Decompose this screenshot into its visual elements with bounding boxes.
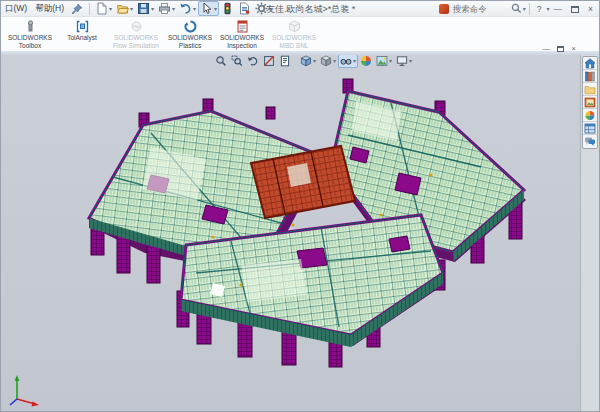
- separator: [89, 3, 90, 15]
- print-button[interactable]: ▾: [156, 1, 177, 16]
- doc-minimize-button[interactable]: —: [539, 44, 553, 54]
- command-manager-strip: [1, 51, 599, 55]
- tab-label: SOLIDWORKS Plastics: [168, 34, 212, 49]
- tab-solidworks-flow-simulation[interactable]: SOLIDWORKS Flow Simulation: [108, 17, 164, 49]
- section-view-button[interactable]: [261, 54, 277, 68]
- toolbox-icon: [24, 20, 37, 33]
- minimize-button[interactable]: —: [550, 1, 567, 17]
- inspection-icon: [236, 20, 249, 33]
- pin-icon[interactable]: [71, 3, 83, 15]
- open-file-button[interactable]: ▾: [114, 1, 135, 16]
- annotation-view-button[interactable]: [277, 54, 293, 68]
- doc-restore-button[interactable]: [557, 46, 564, 52]
- rebuild-button[interactable]: [219, 1, 236, 16]
- document-title: 友佳.欧尚名城>*总装 *: [266, 1, 355, 17]
- chevron-down-icon: ▾: [109, 6, 112, 12]
- file-properties-button[interactable]: [236, 1, 253, 16]
- tab-solidworks-toolbox[interactable]: SOLIDWORKS Toolbox: [4, 17, 56, 49]
- doc-close-button[interactable]: ×: [568, 44, 579, 54]
- hide-show-items-button[interactable]: ▾: [338, 54, 358, 68]
- titlebar-right: ▾ ? ▾ — ×: [439, 1, 597, 17]
- new-file-button[interactable]: ▾: [93, 1, 114, 16]
- formwork-model: [1, 55, 600, 412]
- view-palette-button[interactable]: [583, 96, 597, 109]
- select-button[interactable]: ▾: [198, 1, 219, 16]
- chevron-down-icon: ▾: [193, 6, 196, 12]
- quick-access-toolbar: ▾ ▾ ▾ ▾ ▾ ▾: [93, 1, 274, 16]
- chevron-down-icon[interactable]: ▾: [353, 58, 356, 64]
- view-settings-button[interactable]: ▾: [394, 54, 414, 68]
- separator: [529, 3, 530, 15]
- mbd-icon: [288, 20, 301, 33]
- custom-properties-button[interactable]: [583, 122, 597, 135]
- command-manager: SOLIDWORKS Toolbox TolAnalyst SOLIDWORKS…: [1, 17, 599, 51]
- restore-button[interactable]: [571, 6, 579, 13]
- headsup-view-toolbar: ▾ ▾ ▾ ▾ ▾: [213, 54, 414, 68]
- chevron-down-icon: ▾: [130, 6, 133, 12]
- menu-window[interactable]: 口(W): [1, 3, 31, 15]
- tab-solidworks-mbd-snl[interactable]: SOLIDWORKS MBD SNL: [268, 17, 320, 49]
- appearances-button[interactable]: [583, 109, 597, 122]
- previous-view-button[interactable]: [245, 54, 261, 68]
- apply-scene-button[interactable]: ▾: [374, 54, 394, 68]
- solidworks-logo-icon: [439, 4, 449, 14]
- coordinate-triad: [10, 375, 39, 406]
- edit-appearance-button[interactable]: [358, 54, 374, 68]
- tab-solidworks-inspection[interactable]: SOLIDWORKS Inspection: [216, 17, 268, 49]
- chevron-down-icon: ▾: [214, 6, 217, 12]
- chevron-down-icon[interactable]: ▾: [409, 58, 412, 64]
- file-explorer-button[interactable]: [583, 83, 597, 96]
- design-library-button[interactable]: [583, 70, 597, 83]
- chevron-down-icon: ▾: [151, 6, 154, 12]
- tolanalyst-icon: [76, 20, 89, 33]
- menu-help[interactable]: 帮助(H): [31, 3, 68, 15]
- solidworks-forum-button[interactable]: [583, 135, 597, 148]
- search-icon[interactable]: [511, 3, 522, 16]
- tab-solidworks-plastics[interactable]: SOLIDWORKS Plastics: [164, 17, 216, 49]
- save-button[interactable]: ▾: [135, 1, 156, 16]
- command-search[interactable]: ▾: [453, 3, 526, 16]
- flow-simulation-icon: [130, 20, 143, 33]
- tab-label: TolAnalyst: [67, 34, 97, 41]
- tab-tolanalyst[interactable]: TolAnalyst: [56, 17, 108, 42]
- graphics-area[interactable]: ▾ ▾ ▾ ▾ ▾: [1, 51, 599, 411]
- tab-label: SOLIDWORKS Toolbox: [8, 34, 52, 49]
- task-pane-tabs: [582, 56, 598, 149]
- zoom-to-area-button[interactable]: [229, 54, 245, 68]
- menu-bar: 口(W) 帮助(H) ▾ ▾ ▾ ▾ ▾: [1, 1, 599, 17]
- tab-label: SOLIDWORKS MBD SNL: [272, 34, 316, 49]
- tab-label: SOLIDWORKS Inspection: [220, 34, 264, 49]
- help-button[interactable]: ?: [533, 1, 546, 17]
- undo-button[interactable]: ▾: [177, 1, 198, 16]
- plastics-icon: [184, 20, 197, 33]
- chevron-down-icon[interactable]: ▾: [389, 58, 392, 64]
- chevron-down-icon: ▾: [172, 6, 175, 12]
- solidworks-window: 口(W) 帮助(H) ▾ ▾ ▾ ▾ ▾: [0, 0, 600, 412]
- view-orientation-button[interactable]: ▾: [298, 54, 318, 68]
- chevron-down-icon[interactable]: ▾: [313, 58, 316, 64]
- zoom-to-fit-button[interactable]: [213, 54, 229, 68]
- document-window-controls: — ×: [539, 44, 579, 54]
- chevron-down-icon[interactable]: ▾: [333, 58, 336, 64]
- solidworks-resources-button[interactable]: [583, 57, 597, 70]
- close-button[interactable]: ×: [584, 1, 597, 17]
- search-input[interactable]: [453, 4, 511, 14]
- chevron-down-icon[interactable]: ▾: [523, 6, 526, 12]
- task-pane: [580, 51, 599, 411]
- display-style-button[interactable]: ▾: [318, 54, 338, 68]
- tab-label: SOLIDWORKS Flow Simulation: [113, 34, 159, 49]
